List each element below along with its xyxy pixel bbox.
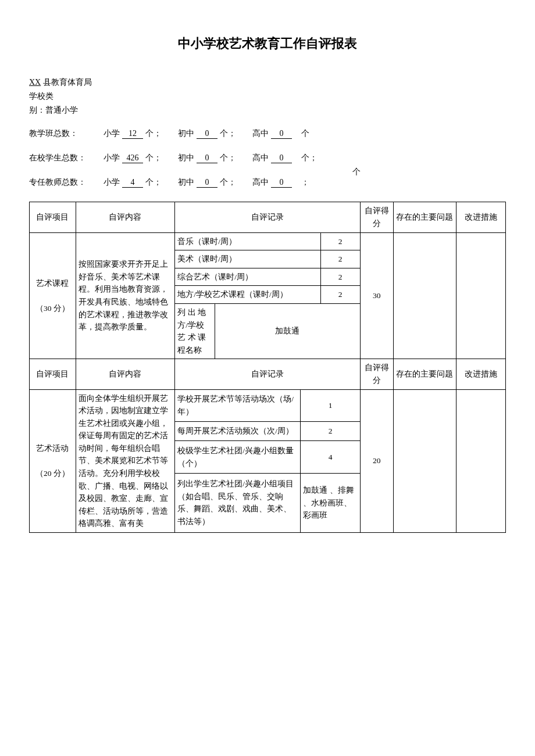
page-title: 中小学校艺术教育工作自评报表 xyxy=(29,35,506,52)
table-header-row: 自评项目 自评内容 自评记录 自评得分 存在的主要问题 改进措施 xyxy=(30,202,506,232)
teachers-unit1: 个； xyxy=(145,177,162,188)
s2-project-weight: （20 分） xyxy=(32,467,73,480)
teachers-unit3: ； xyxy=(301,177,309,188)
s1-project-name: 艺术课程 xyxy=(32,277,73,290)
classes-label: 教学班总数： xyxy=(29,128,87,139)
classes-primary-value: 12 xyxy=(122,129,143,139)
teachers-row: 个 专任教师总数： 小学 4 个； 初中 0 个； 高中 0 ； xyxy=(29,177,506,188)
teachers-middle-value: 0 xyxy=(197,178,217,188)
students-unit2: 个； xyxy=(220,153,236,163)
s1-row0-label: 音乐（课时/周） xyxy=(175,232,320,250)
table-row: 艺术活动 （20 分） 面向全体学生组织开展艺术活动，因地制宜建立学生艺术社团或… xyxy=(30,389,506,422)
s1-project: 艺术课程 （30 分） xyxy=(30,232,76,359)
th-record: 自评记录 xyxy=(175,202,361,232)
teachers-label: 专任教师总数： xyxy=(29,177,87,188)
s1-row1-label: 美术（课时/周） xyxy=(175,250,320,268)
th-score: 自评得分 xyxy=(360,202,393,232)
th2-score: 自评得分 xyxy=(360,359,393,389)
s1-content: 按照国家要求开齐开足上好音乐、美术等艺术课程。利用当地教育资源，开发具有民族、地… xyxy=(76,232,175,359)
students-high-value: 0 xyxy=(271,153,292,163)
students-label: 在校学生总数： xyxy=(29,153,87,163)
s1-row2-value: 2 xyxy=(320,268,360,286)
teachers-high-label: 高中 xyxy=(252,177,269,188)
s2-content: 面向全体学生组织开展艺术活动，因地制宜建立学生艺术社团或兴趣小组，保证每周有固定… xyxy=(76,389,175,533)
s1-row2-label: 综合艺术（课时/周） xyxy=(175,268,320,286)
s2-list-value: 加鼓通 、排舞 、水粉画班、彩画班 xyxy=(301,473,360,532)
teachers-high-value: 0 xyxy=(271,178,292,188)
school-type-label: 学校类 xyxy=(29,89,506,103)
s2-row1-value: 2 xyxy=(301,422,360,441)
th-project: 自评项目 xyxy=(30,202,76,232)
s2-project-name: 艺术活动 xyxy=(32,442,73,455)
th2-content: 自评内容 xyxy=(76,359,175,389)
th2-project: 自评项目 xyxy=(30,359,76,389)
students-middle-label: 初中 xyxy=(178,153,194,163)
classes-unit2: 个； xyxy=(220,128,236,139)
classes-middle-value: 0 xyxy=(197,129,217,139)
school-type-prefix: 别： xyxy=(29,106,45,114)
classes-primary-label: 小学 xyxy=(104,128,120,139)
s1-measures xyxy=(456,232,505,359)
s2-list-label: 列出学生艺术社团/兴趣小组项目（如合唱、民乐、管乐、交响乐、舞蹈、戏剧、戏曲、美… xyxy=(175,473,301,532)
classes-high-label: 高中 xyxy=(252,128,269,139)
students-unit1: 个； xyxy=(145,153,162,163)
s1-row3-label: 地方/学校艺术课程（课时/周） xyxy=(175,286,320,304)
s1-row3-value: 2 xyxy=(320,286,360,304)
th2-record: 自评记录 xyxy=(175,359,361,389)
s2-project: 艺术活动 （20 分） xyxy=(30,389,76,533)
teachers-unit2: 个； xyxy=(220,177,236,188)
s1-row0-value: 2 xyxy=(320,232,360,250)
th-problems: 存在的主要问题 xyxy=(393,202,456,232)
students-middle-value: 0 xyxy=(197,153,217,163)
s2-row1-label: 每周开展艺术活动频次（次/周） xyxy=(175,422,301,441)
s2-row0-label: 学校开展艺术节等活动场次（场/年） xyxy=(175,389,301,422)
students-unit3: 个； xyxy=(301,153,318,163)
th2-measures: 改进措施 xyxy=(456,359,505,389)
s1-row1-value: 2 xyxy=(320,250,360,268)
s1-score: 30 xyxy=(360,232,393,359)
th2-problems: 存在的主要问题 xyxy=(393,359,456,389)
float-ge: 个 xyxy=(352,167,361,177)
table-header-row: 自评项目 自评内容 自评记录 自评得分 存在的主要问题 改进措施 xyxy=(30,359,506,389)
students-high-label: 高中 xyxy=(252,153,269,163)
s1-list-value: 加鼓通 xyxy=(215,303,360,359)
classes-unit1: 个； xyxy=(145,128,162,139)
teachers-middle-label: 初中 xyxy=(178,177,194,188)
teachers-primary-value: 4 xyxy=(122,178,143,188)
th-measures: 改进措施 xyxy=(456,202,505,232)
th-content: 自评内容 xyxy=(76,202,175,232)
students-primary-label: 小学 xyxy=(104,153,120,163)
s2-problems xyxy=(393,389,456,533)
classes-middle-label: 初中 xyxy=(178,128,194,139)
s2-row2-value: 4 xyxy=(301,441,360,474)
bureau-prefix: XX xyxy=(29,78,41,87)
students-row: 在校学生总数： 小学 426 个； 初中 0 个； 高中 0 个； xyxy=(29,153,506,163)
classes-high-value: 0 xyxy=(271,129,292,139)
teachers-primary-label: 小学 xyxy=(104,177,120,188)
s2-score: 20 xyxy=(360,389,393,533)
s2-row0-value: 1 xyxy=(301,389,360,422)
header-block: XX 县教育体育局 学校类 别：普通小学 xyxy=(29,76,506,117)
table-row: 艺术课程 （30 分） 按照国家要求开齐开足上好音乐、美术等艺术课程。利用当地教… xyxy=(30,232,506,250)
s2-measures xyxy=(456,389,505,533)
evaluation-table: 自评项目 自评内容 自评记录 自评得分 存在的主要问题 改进措施 艺术课程 （3… xyxy=(29,202,506,533)
school-type-value: 普通小学 xyxy=(45,106,78,114)
s1-problems xyxy=(393,232,456,359)
s1-list-label: 列 出 地方/学校艺 术 课程名称 xyxy=(175,303,215,359)
s2-row2-label: 校级学生艺术社团/兴趣小组数量（个） xyxy=(175,441,301,474)
students-primary-value: 426 xyxy=(122,153,143,163)
bureau-suffix: 县教育体育局 xyxy=(41,78,92,87)
s1-project-weight: （30 分） xyxy=(32,302,73,315)
classes-unit3: 个 xyxy=(301,128,309,139)
classes-row: 教学班总数： 小学 12 个； 初中 0 个； 高中 0 个 xyxy=(29,128,506,139)
